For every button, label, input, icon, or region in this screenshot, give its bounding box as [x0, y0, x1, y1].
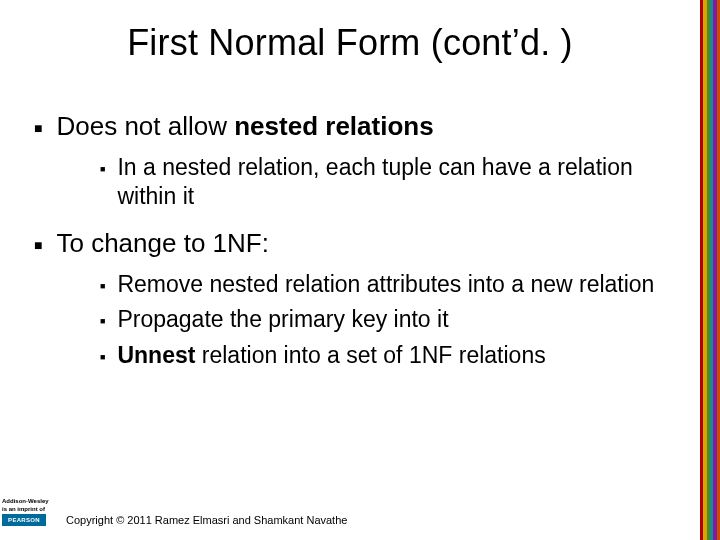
- square-bullet-icon: ■: [100, 352, 105, 364]
- bullet-level2: ■ Remove nested relation attributes into…: [100, 270, 674, 299]
- copyright-text: Copyright © 2011 Ramez Elmasri and Shamk…: [66, 514, 347, 526]
- text-fragment: relation into a set of 1NF relations: [195, 342, 545, 368]
- bullet-text: Does not allow nested relations: [56, 110, 433, 143]
- bullet-text: Propagate the primary key into it: [117, 305, 448, 334]
- bold-fragment: Unnest: [117, 342, 195, 368]
- bullet-text: To change to 1NF:: [56, 227, 268, 260]
- square-bullet-icon: ■: [100, 281, 105, 293]
- decorative-stripes: [700, 0, 720, 540]
- bullet-level1: ■ Does not allow nested relations: [34, 110, 674, 143]
- bullet-text: Remove nested relation attributes into a…: [117, 270, 654, 299]
- bullet-level2: ■ Unnest relation into a set of 1NF rela…: [100, 341, 674, 370]
- slide: First Normal Form (cont’d. ) ■ Does not …: [0, 0, 720, 540]
- square-bullet-icon: ■: [100, 164, 105, 176]
- publisher-logo: Addison-Wesley is an imprint of PEARSON: [2, 498, 60, 526]
- bullet-text: In a nested relation, each tuple can hav…: [117, 153, 674, 212]
- text-fragment: Does not allow: [56, 111, 234, 141]
- slide-title: First Normal Form (cont’d. ): [0, 22, 700, 64]
- logo-text-line: is an imprint of: [2, 506, 60, 512]
- square-bullet-icon: ■: [100, 316, 105, 328]
- bullet-text: Unnest relation into a set of 1NF relati…: [117, 341, 545, 370]
- bullet-level2: ■ In a nested relation, each tuple can h…: [100, 153, 674, 212]
- slide-body: ■ Does not allow nested relations ■ In a…: [34, 110, 674, 376]
- bold-fragment: nested relations: [234, 111, 433, 141]
- bullet-level1: ■ To change to 1NF:: [34, 227, 674, 260]
- pearson-badge: PEARSON: [2, 514, 46, 526]
- square-bullet-icon: ■: [34, 120, 42, 138]
- square-bullet-icon: ■: [34, 237, 42, 255]
- footer: Addison-Wesley is an imprint of PEARSON …: [0, 500, 720, 540]
- logo-text-line: Addison-Wesley: [2, 498, 60, 504]
- bullet-level2: ■ Propagate the primary key into it: [100, 305, 674, 334]
